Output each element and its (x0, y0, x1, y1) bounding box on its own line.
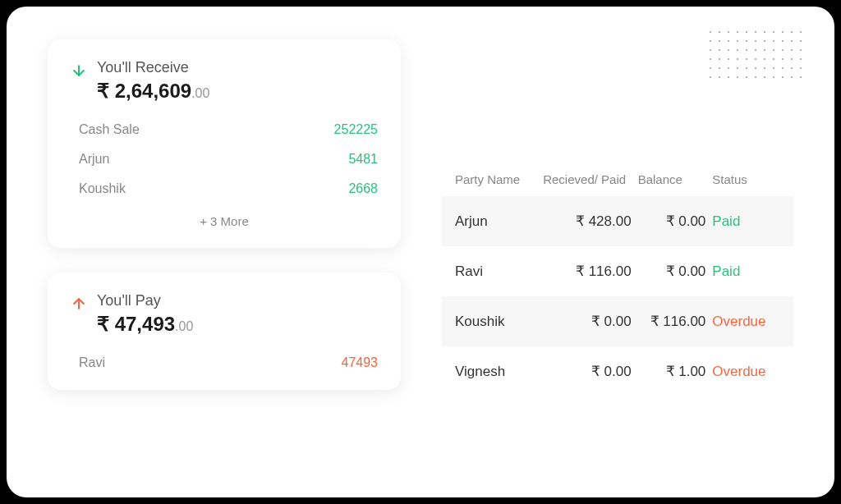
dashboard-container: You'll Receive ₹ 2,64,609.00 Cash Sale 2… (7, 7, 834, 497)
header-balance: Balance (638, 172, 706, 186)
cell-party: Vignesh (455, 364, 536, 380)
receive-amount: ₹ 2,64,609.00 (97, 80, 209, 103)
cell-received: ₹ 0.00 (543, 363, 631, 380)
currency-symbol: ₹ (97, 313, 109, 335)
arrow-down-icon (71, 62, 87, 79)
party-table: Party Name Recieved/ Paid Balance Status… (442, 163, 793, 396)
table-row[interactable]: Arjun ₹ 428.00 ₹ 0.00 Paid (442, 196, 793, 246)
cell-received: ₹ 116.00 (543, 263, 631, 280)
pay-title: You'll Pay (97, 292, 193, 309)
cell-balance: ₹ 0.00 (638, 263, 706, 280)
cell-party: Ravi (455, 263, 536, 280)
amount-value: 2,64,609 (115, 80, 191, 102)
item-value: 5481 (348, 152, 378, 167)
more-link[interactable]: + 3 More (71, 214, 378, 228)
cell-party: Koushik (455, 314, 536, 330)
item-name: Arjun (79, 152, 109, 167)
decorative-dots (710, 31, 802, 78)
item-value: 2668 (348, 181, 378, 196)
header-party: Party Name (455, 172, 536, 186)
pay-card: You'll Pay ₹ 47,493.00 Ravi 47493 (48, 273, 401, 390)
status-badge: Overdue (712, 364, 780, 380)
pay-amount: ₹ 47,493.00 (97, 313, 193, 336)
receive-card: You'll Receive ₹ 2,64,609.00 Cash Sale 2… (48, 39, 401, 248)
status-badge: Paid (712, 263, 780, 280)
list-item[interactable]: Koushik 2668 (79, 181, 378, 196)
pay-header: You'll Pay ₹ 47,493.00 (71, 292, 378, 336)
list-item[interactable]: Cash Sale 252225 (79, 122, 378, 137)
item-name: Ravi (79, 355, 105, 370)
amount-decimal: .00 (191, 86, 209, 100)
cell-received: ₹ 428.00 (543, 213, 631, 230)
cell-received: ₹ 0.00 (543, 313, 631, 330)
header-received: Recieved/ Paid (543, 172, 631, 186)
cell-balance: ₹ 116.00 (638, 313, 706, 330)
list-item[interactable]: Ravi 47493 (79, 355, 378, 370)
table-row[interactable]: Koushik ₹ 0.00 ₹ 116.00 Overdue (442, 296, 793, 346)
receive-items-list: Cash Sale 252225 Arjun 5481 Koushik 2668 (71, 122, 378, 196)
table-row[interactable]: Ravi ₹ 116.00 ₹ 0.00 Paid (442, 246, 793, 296)
pay-items-list: Ravi 47493 (71, 355, 378, 370)
header-status: Status (712, 172, 780, 186)
receive-title: You'll Receive (97, 59, 209, 76)
amount-value: 47,493 (115, 313, 175, 335)
table-row[interactable]: Vignesh ₹ 0.00 ₹ 1.00 Overdue (442, 346, 793, 396)
item-name: Koushik (79, 181, 126, 196)
item-value: 252225 (334, 122, 378, 137)
cell-balance: ₹ 1.00 (638, 363, 706, 380)
right-panel: Party Name Recieved/ Paid Balance Status… (442, 39, 793, 465)
list-item[interactable]: Arjun 5481 (79, 152, 378, 167)
status-badge: Paid (712, 213, 780, 230)
amount-decimal: .00 (175, 319, 193, 333)
cell-party: Arjun (455, 213, 536, 230)
table-header: Party Name Recieved/ Paid Balance Status (442, 163, 793, 196)
left-panel: You'll Receive ₹ 2,64,609.00 Cash Sale 2… (48, 39, 401, 465)
cell-balance: ₹ 0.00 (638, 213, 706, 230)
item-name: Cash Sale (79, 122, 140, 137)
receive-header: You'll Receive ₹ 2,64,609.00 (71, 59, 378, 103)
arrow-up-icon (71, 296, 87, 312)
item-value: 47493 (342, 355, 379, 370)
status-badge: Overdue (712, 314, 780, 330)
currency-symbol: ₹ (97, 80, 109, 102)
